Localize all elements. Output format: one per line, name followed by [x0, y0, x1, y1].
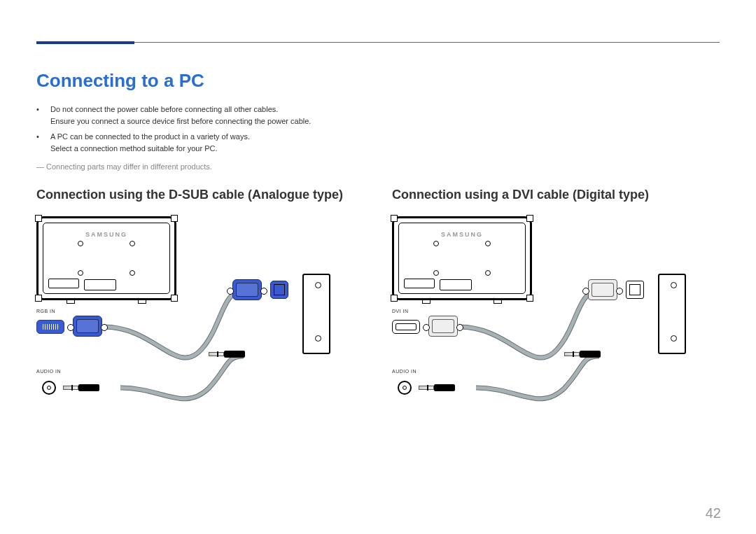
pc-tower-icon: [658, 274, 686, 354]
corner-bracket-icon: [391, 295, 398, 302]
vesa-hole-icon: [433, 270, 439, 276]
bullet-icon: •: [36, 104, 50, 131]
vesa-hole-icon: [78, 270, 83, 276]
note-text: A PC can be connected to the product in …: [50, 132, 250, 141]
corner-bracket-icon: [171, 295, 178, 302]
diagram-dvi: SAMSUNG DVI IN AUDIO IN: [392, 216, 714, 426]
note-text: Do not connect the power cable before co…: [50, 105, 278, 113]
monitor-back-panel: SAMSUNG: [36, 216, 176, 300]
corner-bracket-icon: [526, 295, 533, 302]
pc-vga-socket-icon: [270, 281, 288, 299]
section-dvi: Connection using a DVI cable (Digital ty…: [392, 188, 728, 426]
corner-bracket-icon: [526, 215, 533, 222]
footnote: Connecting parts may differ in different…: [36, 162, 212, 171]
section-dsub: Connection using the D-SUB cable (Analog…: [36, 188, 372, 426]
audio-miniplug-icon: [78, 384, 127, 391]
brand-label: SAMSUNG: [441, 231, 483, 238]
bullet-icon: •: [36, 131, 50, 158]
notes-block: • Do not connect the power cable before …: [36, 104, 311, 158]
port-label-audio: AUDIO IN: [392, 369, 416, 374]
vga-port-icon: [36, 320, 64, 334]
vesa-hole-icon: [130, 270, 135, 276]
audio-jack-icon: [42, 381, 56, 395]
port-label-audio: AUDIO IN: [36, 369, 61, 374]
dvi-port-icon: [392, 320, 420, 334]
pc-dvi-socket-icon: [626, 281, 644, 299]
vesa-hole-icon: [485, 241, 491, 246]
top-rule-accent: [36, 41, 134, 44]
stand-foot: [138, 298, 146, 304]
corner-bracket-icon: [35, 215, 42, 222]
audio-miniplug-icon: [580, 351, 629, 358]
pc-tower-icon: [302, 274, 330, 354]
io-panel: [48, 279, 79, 288]
vga-connector-icon: [73, 316, 102, 337]
vesa-hole-icon: [78, 241, 83, 246]
top-rule: [36, 42, 720, 43]
note-text: Select a connection method suitable for …: [50, 144, 217, 153]
port-label-dvi: DVI IN: [392, 309, 409, 314]
vesa-hole-icon: [433, 241, 439, 246]
corner-bracket-icon: [391, 215, 398, 222]
monitor-back-panel: SAMSUNG: [392, 216, 532, 300]
audio-jack-icon: [398, 381, 412, 395]
corner-bracket-icon: [35, 295, 42, 302]
corner-bracket-icon: [171, 215, 178, 222]
subheading-dsub: Connection using the D-SUB cable (Analog…: [36, 188, 372, 202]
dvi-connector-icon: [428, 316, 458, 337]
stand-foot: [66, 298, 75, 304]
diagram-dsub: SAMSUNG RGB IN AUDIO IN: [36, 216, 358, 426]
brand-label: SAMSUNG: [85, 231, 127, 238]
vesa-hole-icon: [485, 270, 491, 276]
vga-connector-icon: [232, 279, 262, 300]
dvi-connector-icon: [588, 279, 617, 300]
audio-miniplug-icon: [434, 384, 483, 391]
stand-foot: [493, 298, 502, 304]
audio-miniplug-icon: [224, 351, 273, 358]
stand-foot: [422, 298, 430, 304]
subheading-dvi: Connection using a DVI cable (Digital ty…: [392, 188, 728, 202]
note-text: Ensure you connect a source device first…: [50, 117, 311, 125]
page-title: Connecting to a PC: [36, 70, 204, 92]
port-label-rgb: RGB IN: [36, 309, 55, 314]
page-number: 42: [706, 505, 721, 521]
vesa-hole-icon: [130, 241, 135, 246]
io-panel: [404, 279, 435, 288]
